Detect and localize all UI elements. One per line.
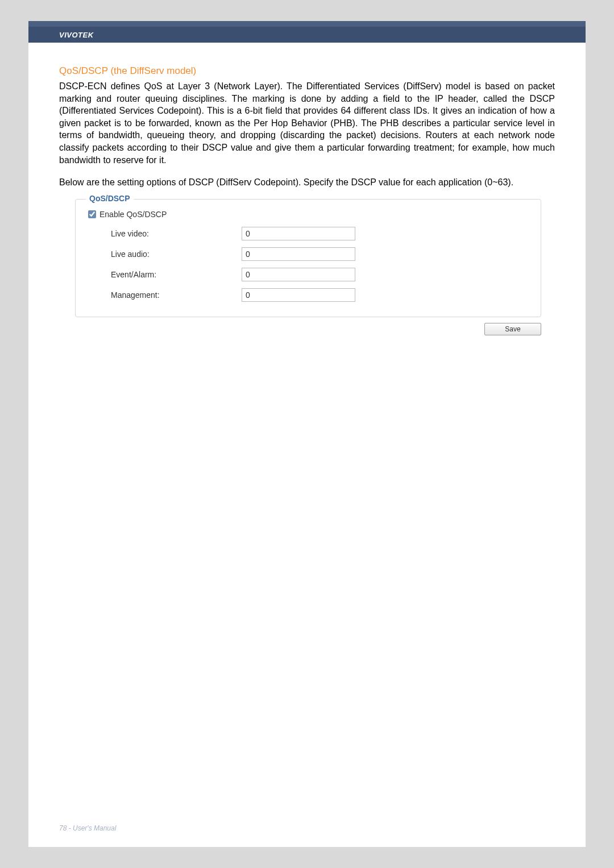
header-band: VIVOTEK — [28, 27, 586, 43]
label-live-audio: Live audio: — [111, 250, 242, 259]
enable-qos-label: Enable QoS/DSCP — [99, 210, 167, 219]
input-management[interactable] — [242, 288, 355, 302]
page: VIVOTEK QoS/DSCP (the DiffServ model) DS… — [28, 21, 586, 847]
content-area: QoS/DSCP (the DiffServ model) DSCP-ECN d… — [28, 43, 586, 335]
fieldset-wrap: QoS/DSCP Enable QoS/DSCP Live video: Liv… — [75, 199, 555, 317]
input-live-video[interactable] — [242, 227, 355, 240]
label-event-alarm: Event/Alarm: — [111, 270, 242, 279]
fieldset-legend: QoS/DSCP — [86, 194, 134, 203]
input-event-alarm[interactable] — [242, 268, 355, 281]
row-live-video: Live video: — [111, 227, 528, 240]
input-live-audio[interactable] — [242, 247, 355, 261]
save-row: Save — [75, 323, 541, 335]
enable-qos-checkbox[interactable] — [88, 210, 96, 218]
brand-text: VIVOTEK — [59, 31, 94, 39]
label-live-video: Live video: — [111, 229, 242, 238]
paragraph-2: Below are the setting options of DSCP (D… — [59, 176, 555, 189]
section-title: QoS/DSCP (the DiffServ model) — [59, 65, 555, 77]
row-management: Management: — [111, 288, 528, 302]
label-management: Management: — [111, 290, 242, 300]
row-event-alarm: Event/Alarm: — [111, 268, 528, 281]
header-top-stripe — [28, 21, 586, 27]
enable-row: Enable QoS/DSCP — [88, 210, 528, 219]
save-button[interactable]: Save — [484, 323, 541, 335]
page-footer: 78 - User's Manual — [59, 824, 116, 832]
paragraph-1: DSCP-ECN defines QoS at Layer 3 (Network… — [59, 80, 555, 166]
row-live-audio: Live audio: — [111, 247, 528, 261]
qos-dscp-fieldset: QoS/DSCP Enable QoS/DSCP Live video: Liv… — [75, 199, 541, 317]
